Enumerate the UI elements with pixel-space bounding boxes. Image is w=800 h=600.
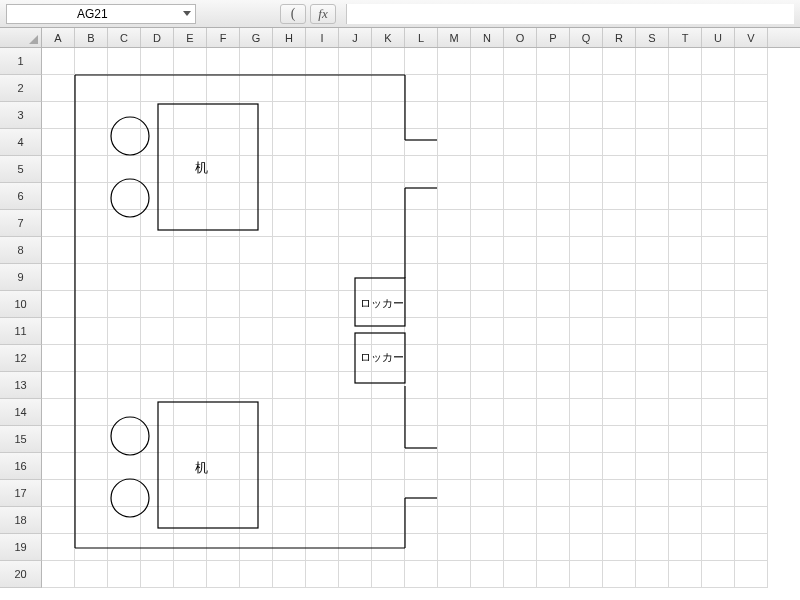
cell[interactable] [405,129,438,156]
cell[interactable] [471,534,504,561]
cell[interactable] [405,399,438,426]
row-header[interactable]: 10 [0,291,42,318]
cell[interactable] [141,210,174,237]
cell[interactable] [438,345,471,372]
cell[interactable] [240,561,273,588]
cell[interactable] [339,534,372,561]
cell[interactable] [207,102,240,129]
cell[interactable] [669,183,702,210]
cell[interactable] [537,345,570,372]
cell[interactable] [735,156,768,183]
cell[interactable] [174,480,207,507]
cell[interactable] [306,129,339,156]
cell[interactable] [570,183,603,210]
cell[interactable] [141,48,174,75]
cell[interactable] [702,237,735,264]
cell[interactable] [372,345,405,372]
cell[interactable] [735,453,768,480]
cell[interactable] [207,264,240,291]
cell[interactable] [372,237,405,264]
cell[interactable] [504,534,537,561]
cell[interactable] [504,75,537,102]
cell[interactable] [306,102,339,129]
cell[interactable] [240,48,273,75]
cell[interactable] [240,102,273,129]
column-header[interactable]: U [702,28,735,47]
cell[interactable] [141,318,174,345]
cell[interactable] [537,372,570,399]
cell[interactable] [702,507,735,534]
cell[interactable] [42,48,75,75]
cell[interactable] [207,372,240,399]
cell[interactable] [669,372,702,399]
cell[interactable] [372,210,405,237]
cell[interactable] [174,48,207,75]
cell[interactable] [702,291,735,318]
cell[interactable] [471,291,504,318]
cell[interactable] [42,102,75,129]
cell[interactable] [174,75,207,102]
cell[interactable] [537,480,570,507]
cell[interactable] [471,129,504,156]
cell[interactable] [636,291,669,318]
cell[interactable] [669,156,702,183]
cell[interactable] [405,426,438,453]
cell[interactable] [636,372,669,399]
cell[interactable] [438,291,471,318]
cell[interactable] [75,264,108,291]
cell[interactable] [504,399,537,426]
cell[interactable] [669,129,702,156]
cell[interactable] [273,210,306,237]
cell[interactable] [141,426,174,453]
cell[interactable] [702,345,735,372]
cell[interactable] [306,534,339,561]
column-header[interactable]: V [735,28,768,47]
cell[interactable] [570,237,603,264]
cell[interactable] [603,426,636,453]
cell[interactable] [108,264,141,291]
cell[interactable] [339,291,372,318]
cell[interactable] [735,318,768,345]
cell[interactable] [537,102,570,129]
cell[interactable] [207,237,240,264]
cell[interactable] [570,75,603,102]
cell[interactable] [42,129,75,156]
cell[interactable] [636,399,669,426]
cell[interactable] [438,507,471,534]
cell[interactable] [603,183,636,210]
cell[interactable] [669,345,702,372]
cell[interactable] [339,561,372,588]
formula-input[interactable] [346,4,794,24]
cell[interactable] [471,264,504,291]
cell[interactable] [702,264,735,291]
cell[interactable] [471,372,504,399]
cell[interactable] [537,534,570,561]
cell[interactable] [372,291,405,318]
cell[interactable] [471,156,504,183]
select-all-corner[interactable] [0,28,42,47]
row-header[interactable]: 4 [0,129,42,156]
cell[interactable] [42,507,75,534]
cell[interactable] [603,561,636,588]
cell[interactable] [735,534,768,561]
column-header[interactable]: C [108,28,141,47]
row-header[interactable]: 8 [0,237,42,264]
cell[interactable] [570,480,603,507]
cell[interactable] [669,75,702,102]
cell[interactable] [537,318,570,345]
row-header[interactable]: 19 [0,534,42,561]
cell[interactable] [174,453,207,480]
cell[interactable] [504,507,537,534]
cell[interactable] [372,561,405,588]
cell[interactable] [570,264,603,291]
row-header[interactable]: 1 [0,48,42,75]
cell[interactable] [75,453,108,480]
cell[interactable] [42,561,75,588]
cell[interactable] [42,426,75,453]
row-header[interactable]: 6 [0,183,42,210]
cell[interactable] [207,561,240,588]
cell[interactable] [75,102,108,129]
cell[interactable] [240,534,273,561]
cell[interactable] [42,480,75,507]
cell[interactable] [174,345,207,372]
